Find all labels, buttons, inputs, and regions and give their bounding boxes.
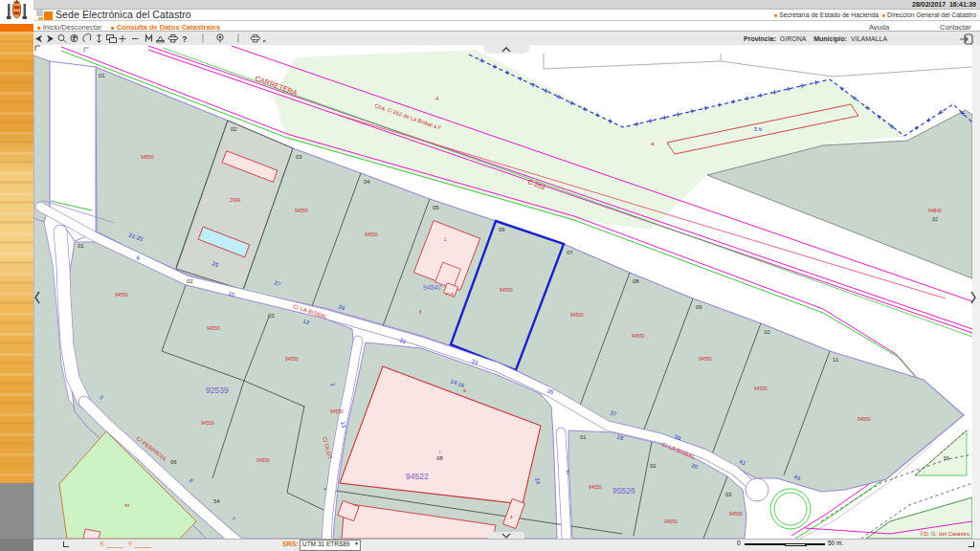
svg-text:02: 02 [187, 278, 193, 284]
svg-text:94550: 94550 [570, 313, 584, 318]
svg-text:06: 06 [499, 227, 505, 232]
svg-text:94550: 94550 [207, 326, 220, 331]
svg-text:94550: 94550 [664, 519, 678, 524]
svg-text:94550: 94550 [858, 417, 871, 422]
svg-text:a: a [463, 387, 466, 393]
svg-text:03: 03 [296, 154, 302, 160]
svg-text:94550: 94550 [365, 232, 378, 237]
svg-text:5 b: 5 b [754, 126, 763, 132]
svg-text:94550: 94550 [330, 409, 344, 414]
svg-text:94550: 94550 [589, 485, 602, 490]
svg-text:09: 09 [696, 304, 702, 310]
svg-text:92539: 92539 [206, 386, 229, 395]
svg-text:2999: 2999 [230, 198, 240, 203]
svg-text:08: 08 [436, 455, 443, 461]
svg-text:94550: 94550 [699, 357, 712, 362]
svg-text:94550: 94550 [115, 293, 128, 298]
svg-text:i: i [439, 449, 440, 454]
svg-text:POR: POR [446, 292, 455, 297]
svg-text:?: ? [182, 34, 188, 44]
svg-text:94550: 94550 [141, 155, 154, 160]
svg-text:54: 54 [213, 498, 220, 504]
svg-text:zo: zo [124, 502, 130, 508]
svg-text:94550: 94550 [256, 458, 270, 463]
svg-text:02: 02 [650, 463, 657, 469]
svg-text:10: 10 [764, 329, 770, 335]
svg-text:01: 01 [99, 73, 105, 78]
svg-text:01: 01 [78, 243, 84, 249]
svg-text:95526: 95526 [612, 486, 635, 496]
svg-text:94547: 94547 [423, 284, 442, 291]
svg-text:08: 08 [633, 278, 639, 284]
svg-text:02: 02 [231, 126, 237, 132]
svg-text:03: 03 [268, 313, 275, 319]
svg-text:06: 06 [170, 459, 177, 465]
svg-text:94550: 94550 [295, 209, 308, 213]
svg-text:11: 11 [833, 357, 839, 363]
svg-text:94550: 94550 [754, 386, 768, 391]
svg-text:07: 07 [567, 250, 573, 255]
svg-text:©D. G. del Catastro: ©D. G. del Catastro [920, 531, 970, 537]
svg-text:03: 03 [725, 492, 732, 497]
svg-text:94550: 94550 [201, 421, 214, 426]
svg-text:02: 02 [932, 216, 938, 222]
svg-text:94522: 94522 [406, 472, 429, 481]
svg-text:04: 04 [364, 179, 370, 185]
svg-text:05: 05 [433, 205, 439, 210]
svg-text:94550: 94550 [285, 357, 299, 362]
svg-text:94550: 94550 [729, 512, 743, 517]
svg-text:94550: 94550 [632, 334, 645, 339]
svg-text:01: 01 [580, 434, 587, 440]
svg-text:56: 56 [944, 455, 949, 461]
svg-text:94840: 94840 [928, 209, 942, 213]
svg-text:94550: 94550 [500, 288, 513, 293]
